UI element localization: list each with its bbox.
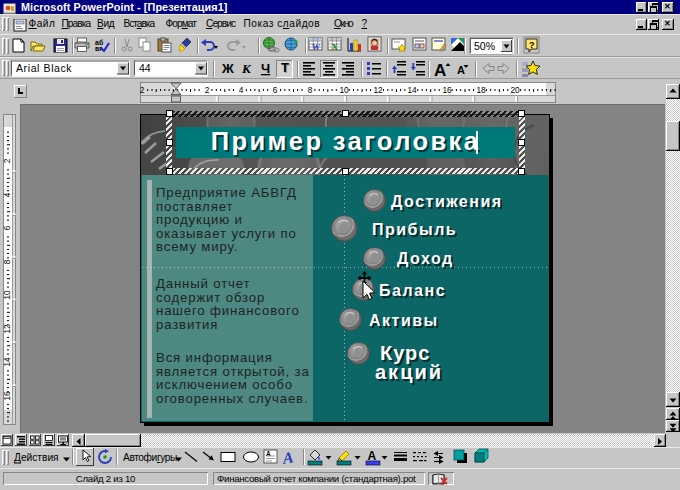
svg-text:Действия: Действия	[14, 452, 59, 463]
svg-text:Автофигуры: Автофигуры	[123, 452, 177, 463]
svg-text:A: A	[266, 450, 271, 457]
svg-text:A: A	[281, 448, 295, 467]
